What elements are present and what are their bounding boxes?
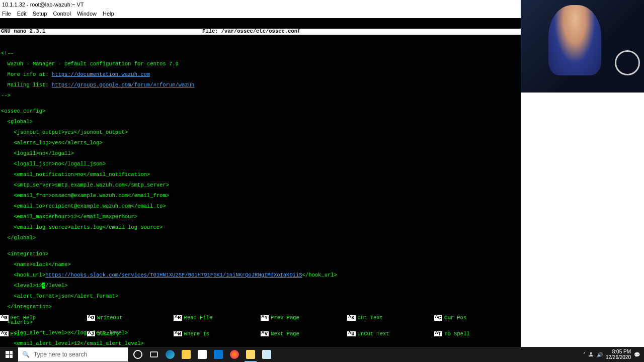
editor-content[interactable]: <!-- Wazuh - Manager - Default configura… [0,45,521,347]
line: <logall>no</logall> [1,151,520,156]
edge-icon[interactable] [162,347,178,362]
windows-logo-icon [6,351,13,358]
key-prev: ^Y [261,315,269,321]
clock-date: 12/26/2020 [606,354,631,360]
line: <alert_format>json</alert_format> [1,294,520,299]
line: <hook_url>https://hooks.slack.com/servic… [1,273,520,278]
line: <jsonout_output>yes</jsonout_output> [1,130,520,135]
nano-header: GNU nano 2.3.1 File: /var/ossec/etc/osse… [0,29,521,35]
notepad-icon[interactable] [259,347,275,362]
nano-version: GNU nano 2.3.1 [1,29,202,35]
line: <email_notification>no</email_notificati… [1,172,520,177]
menu-edit[interactable]: Edit [17,11,27,17]
firefox-icon[interactable] [226,347,243,362]
line: <name>slack</name> [1,262,520,267]
line: <alerts_log>yes</alerts_log> [1,140,520,146]
line: <email_from>ossecm@example.wazuh.com</em… [1,193,520,199]
taskview-icon[interactable] [146,347,162,362]
cortana-icon[interactable] [130,347,146,362]
menu-file[interactable]: File [2,11,11,17]
key-cut: ^K [347,315,356,321]
key-write: ^O [87,315,96,321]
mail-link[interactable]: https://groups.google.com/forum/#!forum/… [52,82,195,88]
line: Mailing list: https://groups.google.com/… [1,82,520,88]
line: <smtp_server>smtp.example.wazuh.com</smt… [1,183,520,188]
key-next: ^V [261,331,269,337]
tray-network-icon[interactable]: 🖧 [589,352,594,357]
tray-volume-icon[interactable]: 🔊 [597,352,603,357]
key-cur: ^C [434,315,443,321]
menu-control[interactable]: Control [53,11,70,17]
taskbar-clock[interactable]: 8:05 PM 12/26/2020 [606,349,631,360]
store-icon[interactable] [194,347,210,362]
hook-url-link[interactable]: https://hooks.slack.com/services/T01HN1X… [45,272,302,278]
nano-shortcuts: ^GGet Help ^XExit ^OWriteOut ^JJustify ^… [0,305,521,347]
file-explorer-icon[interactable] [178,347,194,362]
terminal[interactable]: GNU nano 2.3.1 File: /var/ossec/etc/osse… [0,18,521,347]
key-read: ^R [174,315,182,321]
key-exit: ^X [0,331,9,337]
line: Wazuh - Manager - Default configuration … [1,61,520,67]
menu-window[interactable]: Window [77,11,97,17]
webcam-overlay [521,0,644,93]
line: <!-- [1,51,520,56]
search-placeholder: Type here to search [34,351,87,358]
key-justify: ^J [87,331,96,337]
line: <integration> [1,251,520,257]
search-icon: 🔍 [22,351,30,358]
notifications-icon[interactable]: 💬 [634,352,640,357]
line: <logall_json>no</logall_json> [1,161,520,167]
key-where: ^W [174,331,182,337]
line: <ossec_config> [1,109,520,114]
nano-file-path: File: /var/ossec/etc/ossec.conf [202,29,520,35]
line: More info at: https://documentation.wazu… [1,72,520,77]
key-spell: ^T [434,331,443,337]
line: <email_to>recipient@example.wazuh.com</e… [1,204,520,209]
line: <global> [1,119,520,125]
doc-link[interactable]: https://documentation.wazuh.com [52,71,150,77]
menu-setup[interactable]: Setup [33,11,47,17]
taskbar-icons [130,347,275,362]
taskbar: 🔍 Type here to search ˄ 🖧 🔊 8:05 PM 12/2… [0,347,644,362]
menu-help[interactable]: Help [103,11,114,17]
key-uncut: ^U [347,331,356,337]
key-help: ^G [0,315,9,321]
system-tray: ˄ 🖧 🔊 8:05 PM 12/26/2020 💬 [583,349,644,360]
line-cursor: <level>12</level> [1,283,520,289]
line: <email_log_source>alerts.log</email_log_… [1,225,520,230]
clock-time: 8:05 PM [606,349,631,354]
putty-icon[interactable] [243,347,259,362]
line: <email_maxperhour>12</email_maxperhour> [1,214,520,220]
window-background-right [521,93,644,347]
line: --> [1,93,520,99]
start-button[interactable] [0,347,18,362]
mail-icon[interactable] [210,347,226,362]
line: </global> [1,235,520,241]
taskbar-search[interactable]: 🔍 Type here to search [18,347,128,361]
tray-chevron-icon[interactable]: ˄ [583,352,586,357]
